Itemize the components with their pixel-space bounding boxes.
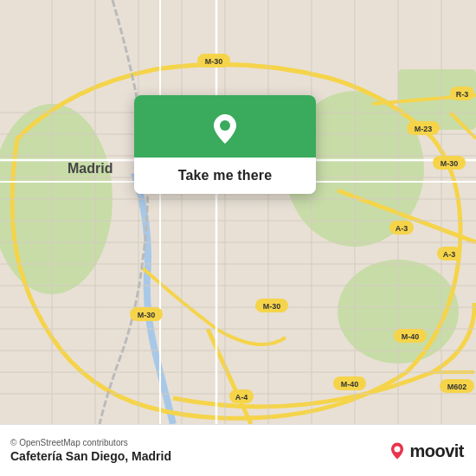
svg-text:M-40: M-40: [402, 332, 420, 341]
moovit-pin-icon: [388, 441, 407, 460]
svg-text:M602: M602: [447, 383, 467, 391]
svg-text:A-3: A-3: [443, 250, 456, 259]
location-pin-icon: [207, 111, 243, 147]
take-me-there-button[interactable]: Take me there: [134, 158, 316, 194]
svg-text:A-4: A-4: [235, 393, 248, 402]
moovit-logo-text: moovit: [409, 441, 464, 460]
svg-text:M-23: M-23: [415, 125, 433, 133]
svg-text:M-40: M-40: [341, 380, 359, 389]
svg-text:R-3: R-3: [456, 90, 469, 99]
svg-text:M-30: M-30: [441, 159, 459, 168]
svg-point-60: [220, 120, 230, 131]
svg-text:M-30: M-30: [263, 302, 281, 311]
svg-text:A-3: A-3: [396, 224, 408, 233]
card-green-area: [134, 95, 316, 158]
svg-text:M-30: M-30: [205, 57, 223, 66]
moovit-logo: moovit: [388, 441, 464, 460]
bottom-bar: © OpenStreetMap contributors Cafetería S…: [0, 424, 476, 476]
location-card: Take me there: [134, 95, 316, 194]
svg-point-61: [395, 447, 401, 453]
map-container: M-30 M-30 M-23 R-3 A-3 A-3 M-30 M-30 M-4…: [0, 0, 476, 424]
svg-text:Madrid: Madrid: [68, 161, 113, 176]
svg-text:M-30: M-30: [138, 311, 156, 319]
